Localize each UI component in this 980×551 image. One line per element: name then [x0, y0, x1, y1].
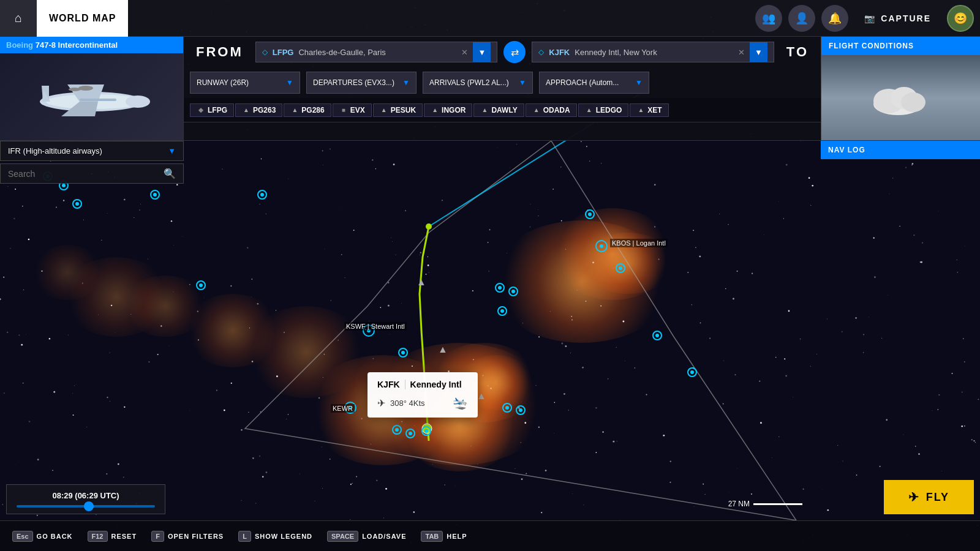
runway-select[interactable]: RUNWAY (26R) ▼: [190, 72, 300, 94]
wind-data: 308° 4Kts: [390, 399, 425, 408]
waypoint-odada[interactable]: ODADA: [526, 103, 577, 117]
approach-label: APPROACH (Autom...: [546, 78, 619, 87]
waypoint-evx[interactable]: EVX: [333, 103, 372, 117]
arrivals-dropdown-arrow: ▼: [519, 78, 526, 87]
time-slider-thumb[interactable]: [84, 501, 94, 511]
route-panel: FROM ◇ LFPG Charles-de-Gaulle, Paris ✕ ▼…: [184, 37, 821, 140]
airport-marker-11[interactable]: [495, 283, 505, 293]
svg-point-11: [69, 88, 81, 91]
from-name: Charles-de-Gaulle, Paris: [298, 48, 385, 57]
fly-button[interactable]: ✈ FLY: [884, 480, 974, 514]
airport-marker-17[interactable]: [405, 429, 415, 438]
approach-select[interactable]: APPROACH (Autom... ▼: [539, 72, 649, 94]
waypoint-ingor[interactable]: INGOR: [424, 103, 472, 117]
tooltip-wind: ✈ 308° 4Kts 🛬: [377, 395, 468, 410]
airport-marker-21[interactable]: [398, 348, 408, 358]
departures-select[interactable]: DEPARTURES (EVX3...) ▼: [306, 72, 417, 94]
airport-marker-20[interactable]: [516, 405, 526, 415]
to-airport-input[interactable]: ◇ KJFK Kennedy Intl, New York ✕ ▼: [532, 42, 774, 62]
fly-label: FLY: [926, 491, 949, 504]
bottom-bar: Esc GO BACK F12 RESET F OPEN FILTERS L S…: [0, 520, 980, 551]
waypoints-bar: LFPG PG263 PG286 EVX PESUK INGOR: [184, 98, 821, 122]
route-top: FROM ◇ LFPG Charles-de-Gaulle, Paris ✕ ▼…: [184, 37, 821, 67]
waypoint-ledgo[interactable]: LEDGO: [578, 103, 629, 117]
wp-icon-triangle: [380, 106, 388, 114]
community-icon[interactable]: 👥: [755, 5, 782, 32]
airport-marker-7[interactable]: [257, 190, 267, 200]
to-icao: KJFK: [549, 48, 570, 57]
help-key: TAB HELP: [421, 531, 467, 542]
waypoint-lfpg[interactable]: LFPG: [190, 103, 234, 117]
airport-marker-5[interactable]: [72, 199, 82, 209]
nav-marker-3: ▲: [477, 391, 486, 402]
scale-bar: [753, 503, 802, 505]
waypoint-pg263[interactable]: PG263: [235, 103, 282, 117]
flight-panel: Boeing 747-8 Intercontinental: [0, 37, 980, 141]
departures-label: DEPARTURES (EVX3...): [313, 78, 394, 87]
nav-marker-1: ▲: [417, 277, 426, 288]
plane-panel: Boeing 747-8 Intercontinental: [0, 37, 184, 140]
top-bar-icons: 👥 👤 🔔 📷 CAPTURE 😊: [755, 5, 974, 32]
airport-marker-18[interactable]: [421, 426, 431, 436]
scale-indicator: 27 NM: [728, 500, 802, 508]
airport-marker-13[interactable]: [497, 306, 507, 316]
airport-marker-8[interactable]: [196, 280, 206, 290]
to-clear-button[interactable]: ✕: [738, 48, 745, 57]
airport-marker-6[interactable]: [150, 190, 160, 200]
time-slider-track[interactable]: [17, 505, 155, 508]
profile-icon[interactable]: 👤: [788, 5, 815, 32]
airways-dropdown-arrow: ▼: [168, 146, 176, 156]
airport-marker-12[interactable]: [508, 287, 518, 296]
to-dropdown-button[interactable]: ▼: [750, 42, 767, 62]
wp-icon-triangle: [585, 106, 594, 114]
conditions-content: [821, 55, 980, 140]
from-airport-input[interactable]: ◇ LFPG Charles-de-Gaulle, Paris ✕ ▼: [255, 42, 498, 62]
nav-marker-2: ▲: [438, 344, 448, 355]
show-legend-key: L SHOW LEGEND: [238, 531, 312, 542]
swap-airports-button[interactable]: ⇄: [503, 41, 526, 63]
conditions-panel: FLIGHT CONDITIONS: [821, 37, 980, 140]
tooltip-name: Kennedy Intl: [410, 380, 462, 389]
notification-icon[interactable]: 🔔: [821, 5, 848, 32]
left-sidebar: IFR (High-altitude airways) ▼ 🔍: [0, 141, 184, 184]
svg-point-6: [126, 96, 150, 108]
airport-marker-15[interactable]: [687, 367, 697, 377]
from-dropdown-button[interactable]: ▼: [473, 42, 491, 62]
conditions-title: FLIGHT CONDITIONS: [821, 37, 980, 55]
waypoint-pg286[interactable]: PG286: [284, 103, 331, 117]
airport-marker-14[interactable]: [652, 331, 662, 340]
waypoint-pesuk[interactable]: PESUK: [373, 103, 423, 117]
plane-title: Boeing 747-8 Intercontinental: [0, 37, 183, 53]
top-bar: ⌂ WORLD MAP 👥 👤 🔔 📷 CAPTURE 😊: [0, 0, 980, 37]
airport-marker-kbos[interactable]: [595, 240, 608, 252]
tooltip-icao: KJFK: [377, 380, 405, 389]
wp-icon-triangle: [480, 106, 489, 114]
home-button[interactable]: ⌂: [0, 0, 37, 37]
world-map-title: WORLD MAP: [37, 0, 128, 37]
from-clear-button[interactable]: ✕: [461, 48, 468, 57]
svg-point-17: [901, 92, 925, 112]
to-label: TO: [780, 42, 815, 62]
arrivals-select[interactable]: ARRIVALS (PWL2 AL...) ▼: [423, 72, 533, 94]
airport-marker-9[interactable]: [585, 209, 595, 219]
search-input[interactable]: [8, 169, 159, 179]
to-airport-icon: ◇: [538, 48, 544, 56]
airport-marker-10[interactable]: [616, 263, 625, 273]
search-icon: 🔍: [164, 168, 176, 179]
route-middle: RUNWAY (26R) ▼ DEPARTURES (EVX3...) ▼ AR…: [184, 67, 821, 98]
fly-icon: ✈: [908, 490, 920, 504]
user-avatar[interactable]: 😊: [947, 5, 974, 32]
plane-image: [0, 53, 183, 140]
time-slider-panel: 08:29 (06:29 UTC): [6, 484, 165, 514]
wp-icon-square: [339, 106, 348, 114]
waypoint-dawly[interactable]: DAWLY: [473, 103, 524, 117]
capture-button[interactable]: 📷 CAPTURE: [854, 5, 941, 32]
airport-label-kewr: KEWR: [331, 404, 355, 413]
waypoint-xet[interactable]: XET: [630, 103, 668, 117]
airport-marker-19[interactable]: [502, 403, 512, 413]
arrivals-label: ARRIVALS (PWL2 AL...): [429, 78, 509, 87]
airways-select[interactable]: IFR (High-altitude airways) ▼: [0, 141, 184, 161]
reset-key: F12 RESET: [88, 531, 137, 542]
airport-marker-16[interactable]: [392, 425, 402, 435]
from-airport-icon: ◇: [262, 48, 268, 56]
